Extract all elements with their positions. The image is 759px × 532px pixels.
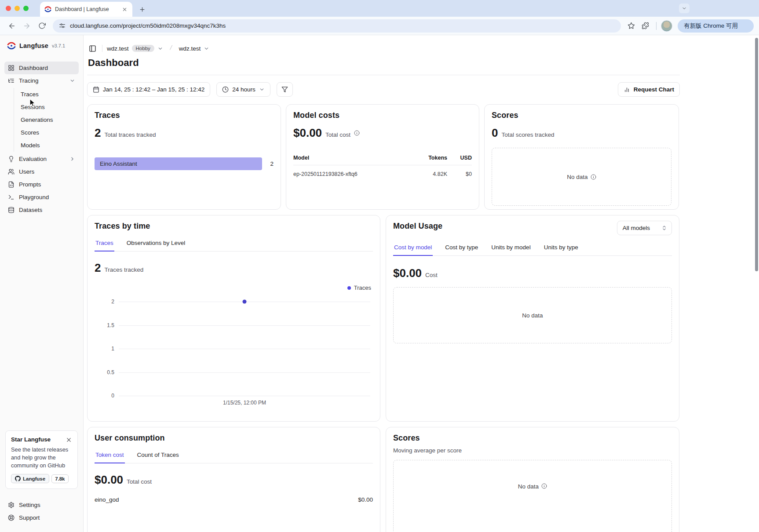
close-window-button[interactable]: [6, 6, 11, 11]
gear-icon: [8, 502, 15, 508]
tab-token-cost[interactable]: Token cost: [95, 449, 125, 463]
tab-units-by-type[interactable]: Units by type: [543, 241, 579, 256]
sidebar-item-settings[interactable]: Settings: [4, 499, 79, 511]
chevron-down-icon: [204, 46, 209, 51]
sidebar-item-generations[interactable]: Generations: [14, 113, 79, 126]
users-icon: [8, 168, 15, 175]
data-point[interactable]: [243, 300, 247, 304]
sidebar-item-datasets[interactable]: Datasets: [4, 204, 79, 216]
tab-close-icon[interactable]: [121, 6, 128, 13]
github-star-count[interactable]: 7.8k: [51, 474, 68, 483]
model-costs-label: Total cost: [325, 131, 350, 138]
bookmark-star-icon[interactable]: [625, 20, 638, 32]
sidebar-item-scores[interactable]: Scores: [14, 126, 79, 139]
project-switcher[interactable]: wdz.test: [179, 45, 210, 52]
sidebar-item-label: Support: [19, 514, 40, 521]
model-costs-card: Model costs $0.00 Total cost Model Token…: [286, 104, 479, 210]
star-langfuse-card: Star Langfuse See the latest releases an…: [5, 430, 78, 489]
breadcrumb: wdz.test Hobby wdz.test: [87, 43, 680, 54]
trace-name: Eino Assistant: [100, 160, 137, 167]
sidebar-item-users[interactable]: Users: [4, 165, 79, 178]
chrome-update-chip[interactable]: 有新版 Chrome 可用: [678, 19, 754, 33]
zoom-window-button[interactable]: [23, 6, 29, 11]
site-settings-icon[interactable]: [59, 22, 66, 29]
address-bar[interactable]: cloud.langfuse.com/project/cm50idm0208mx…: [53, 19, 621, 33]
page-header: wdz.test Hobby wdz.test Dashboard: [87, 35, 680, 75]
tab-cost-by-type[interactable]: Cost by type: [444, 241, 479, 256]
traces-by-time-tabs: Traces Observations by Level: [95, 237, 373, 251]
profile-avatar[interactable]: [661, 20, 672, 32]
github-repo-badge[interactable]: Langfuse: [11, 474, 49, 483]
no-data-text: No data: [522, 312, 543, 319]
info-icon[interactable]: [591, 174, 596, 180]
close-icon[interactable]: [65, 436, 72, 443]
usage-cost-value: $0.00: [393, 266, 422, 280]
date-range-picker[interactable]: Jan 14, 25 : 12:42 – Jan 15, 25 : 12:42: [87, 82, 210, 97]
sidebar-item-sessions[interactable]: Sessions: [14, 101, 79, 113]
sidebar-toggle-icon[interactable]: [87, 43, 98, 54]
filter-button[interactable]: [277, 82, 293, 97]
forward-button[interactable]: [20, 19, 33, 33]
request-chart-button[interactable]: Request Chart: [618, 82, 680, 97]
time-window-select[interactable]: 24 hours: [216, 82, 270, 97]
sidebar-item-models[interactable]: Models: [14, 139, 79, 152]
page-scrollbar-thumb[interactable]: [755, 38, 758, 271]
no-data-text: No data: [567, 174, 587, 180]
sidebar-item-traces[interactable]: Traces: [14, 88, 79, 101]
user-consumption-card: User consumption Token cost Count of Tra…: [87, 427, 380, 532]
tab-cost-by-model[interactable]: Cost by model: [393, 241, 433, 256]
tab-traces[interactable]: Traces: [95, 237, 114, 251]
scores-empty-state: No data: [492, 148, 671, 206]
sidebar-item-dashboard[interactable]: Dashboard: [4, 62, 79, 74]
sidebar-item-playground[interactable]: Playground: [4, 191, 79, 204]
tab-search-chevron-icon[interactable]: [679, 4, 690, 13]
brand-row: Langfuse v3.7.1: [4, 41, 79, 50]
plan-badge: Hobby: [132, 45, 154, 52]
traces-tracked-value: 2: [95, 261, 101, 275]
table-row[interactable]: ep-20250112193826-xftq6 4.82K $0: [293, 165, 472, 178]
tab-observations-by-level[interactable]: Observations by Level: [126, 237, 186, 251]
y-axis-tick: 0.5: [97, 369, 114, 375]
chevron-down-icon: [259, 87, 265, 92]
usage-cost-label: Cost: [425, 272, 438, 278]
model-usage-card: Model Usage All models Cost by model Cos…: [386, 215, 679, 422]
all-models-select[interactable]: All models: [617, 221, 672, 235]
model-costs-total: $0.00: [293, 126, 322, 140]
model-usage-tabs: Cost by model Cost by type Units by mode…: [393, 241, 672, 256]
new-tab-button[interactable]: [136, 3, 148, 15]
terminal-icon: [8, 194, 15, 200]
info-icon[interactable]: [541, 483, 547, 489]
org-switcher[interactable]: wdz.test Hobby: [107, 45, 163, 52]
sidebar-item-evaluation[interactable]: Evaluation: [4, 153, 79, 165]
tab-units-by-model[interactable]: Units by model: [490, 241, 531, 256]
sidebar-item-support[interactable]: Support: [4, 511, 79, 524]
funnel-icon: [281, 86, 288, 93]
info-icon[interactable]: [354, 130, 360, 136]
page-title: Dashboard: [88, 57, 680, 69]
extensions-puzzle-icon[interactable]: [639, 20, 652, 32]
gridline: 1.5: [119, 325, 370, 326]
browser-tab[interactable]: Dashboard | Langfuse: [40, 2, 132, 17]
back-button[interactable]: [5, 19, 18, 33]
browser-menu-kebab-icon[interactable]: [741, 21, 752, 31]
chrome-update-text: 有新版 Chrome 可用: [684, 22, 738, 30]
tab-count-of-traces[interactable]: Count of Traces: [136, 449, 180, 463]
sidebar-item-label: Dashboard: [19, 65, 48, 71]
toolbar-divider: [656, 22, 657, 30]
reload-button[interactable]: [35, 19, 48, 33]
star-card-title: Star Langfuse: [11, 436, 51, 443]
sidebar-item-label: Tracing: [19, 77, 39, 84]
user-consumption-row[interactable]: eino_god $0.00: [95, 496, 373, 503]
traces-total: 2: [95, 126, 101, 140]
scores-subtitle: Moving average per score: [393, 447, 672, 454]
sidebar-item-label: Datasets: [19, 207, 42, 213]
browser-tab-strip: Dashboard | Langfuse: [0, 0, 759, 17]
user-cost: $0.00: [358, 496, 373, 503]
all-models-value: All models: [623, 225, 650, 231]
trace-name-bar[interactable]: Eino Assistant: [95, 157, 262, 170]
chevron-right-icon: [69, 156, 75, 162]
database-icon: [8, 207, 15, 213]
sidebar-item-prompts[interactable]: Prompts: [4, 178, 79, 191]
minimize-window-button[interactable]: [15, 6, 20, 11]
sidebar-item-tracing[interactable]: Tracing: [4, 74, 79, 87]
